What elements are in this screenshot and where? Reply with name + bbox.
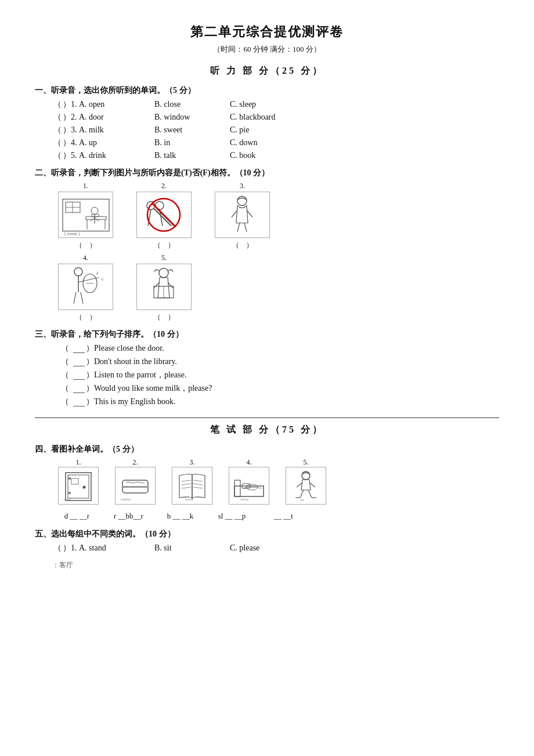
sentence-text-2: ）Don't shout in the library. bbox=[86, 357, 177, 367]
scissors-cross-icon bbox=[139, 194, 189, 236]
svg-line-24 bbox=[237, 223, 240, 232]
svg-rect-48 bbox=[122, 486, 148, 488]
svg-rect-11 bbox=[92, 214, 99, 217]
svg-line-52 bbox=[182, 487, 191, 488]
option-b: B. close bbox=[154, 100, 230, 109]
q1-row-5: （ ）5. A. drink B. talk C. book bbox=[35, 150, 499, 161]
question-group-5: 五、选出每组中不同类的词。（10 分） （ ）1. A. stand B. si… bbox=[35, 529, 499, 553]
svg-rect-43 bbox=[68, 477, 71, 480]
svg-rect-58 bbox=[234, 480, 240, 496]
option-c: C. pie bbox=[230, 125, 249, 135]
option-b: B. window bbox=[154, 113, 230, 122]
bracket: （ bbox=[52, 99, 63, 110]
svg-line-50 bbox=[182, 480, 191, 481]
svg-text:♫: ♫ bbox=[100, 276, 104, 282]
q2-image-2: 2. （ ） bbox=[136, 182, 192, 250]
listening-header: 听 力 部 分（25 分） bbox=[35, 65, 499, 77]
option-c: C. book bbox=[230, 151, 255, 160]
vocab-item-1: 1. door bbox=[58, 458, 99, 507]
girl-walking-icon bbox=[218, 194, 267, 236]
option-a: A. up bbox=[79, 138, 154, 147]
option-c: C. please bbox=[230, 543, 259, 553]
svg-line-54 bbox=[193, 484, 203, 485]
svg-line-25 bbox=[244, 223, 247, 232]
q3-sentence-1: （ ）Please close the door. bbox=[35, 343, 499, 354]
svg-text:book: book bbox=[185, 497, 194, 502]
svg-rect-44 bbox=[68, 492, 71, 494]
q2-image-3: 3. （ ） bbox=[215, 182, 270, 250]
option-a: A. open bbox=[79, 100, 154, 109]
vocab-item-5: 5. sit bbox=[286, 458, 326, 507]
q-num: ）5. bbox=[63, 150, 79, 161]
svg-line-30 bbox=[78, 278, 99, 282]
vocab-blank-3: b __ __k bbox=[161, 512, 199, 521]
bracket: （ bbox=[52, 112, 63, 123]
option-a: A. drink bbox=[79, 151, 154, 160]
vocab-item-2: 2. rubber bbox=[115, 458, 156, 507]
svg-line-31 bbox=[74, 292, 76, 304]
bracket: （ bbox=[52, 543, 63, 553]
svg-line-66 bbox=[308, 490, 312, 498]
vocab-item-3: 3. book bbox=[172, 458, 212, 507]
option-c: C. blackboard bbox=[230, 113, 276, 122]
q-num: ）2. bbox=[63, 112, 79, 123]
violin-player-icon: ♪ ♫ bbox=[61, 266, 110, 308]
rubber-icon: rubber bbox=[118, 470, 153, 502]
q4-title: 四、看图补全单词。（5 分） bbox=[35, 444, 499, 455]
sentence-text-5: ）This is my English book. bbox=[86, 397, 175, 407]
option-a: A. door bbox=[79, 113, 154, 122]
q1-row-1: （ ）1. A. open B. close C. sleep bbox=[35, 99, 499, 110]
svg-text:♪: ♪ bbox=[96, 269, 99, 276]
question-group-2: 二、听录音，判断下列图片与所听内容是(T)否(F)相符。（10 分） 1. bbox=[35, 168, 499, 322]
svg-point-35 bbox=[159, 268, 168, 278]
svg-text:( room ): ( room ) bbox=[64, 231, 80, 236]
q-num: ）3. bbox=[63, 125, 79, 135]
q1-row-4: （ ）4. A. up B. in C. down bbox=[35, 138, 499, 148]
option-a: A. stand bbox=[79, 543, 154, 553]
option-b: B. sweet bbox=[154, 125, 230, 135]
svg-line-65 bbox=[300, 490, 304, 498]
option-b: B. talk bbox=[154, 151, 230, 160]
svg-text:door: door bbox=[64, 497, 72, 502]
option-b: B. sit bbox=[154, 543, 230, 553]
door-icon: door bbox=[61, 470, 96, 502]
q2-image-5: 5. （ ） bbox=[136, 254, 192, 322]
vocab-item-4: 4. sleep bbox=[229, 458, 269, 507]
vocab-blank-1: d __ __r bbox=[58, 512, 96, 521]
vocab-blank-4: sl __ __p bbox=[213, 512, 251, 521]
q3-sentence-5: （ ）This is my English book. bbox=[35, 397, 499, 407]
sentence-text-1: ）Please close the door. bbox=[86, 343, 164, 354]
q2-image-4: 4. ♪ ♫ （ bbox=[58, 254, 113, 322]
option-c: C. sleep bbox=[230, 100, 256, 109]
sentence-text-3: ）Listen to the parrot，please. bbox=[86, 370, 186, 380]
bed-icon: sleep bbox=[232, 470, 266, 502]
svg-rect-0 bbox=[63, 199, 109, 231]
sit-girl-icon: sit bbox=[288, 470, 323, 502]
svg-text:rubber: rubber bbox=[121, 497, 132, 502]
svg-line-53 bbox=[193, 480, 203, 481]
q2-image-1: 1. bbox=[58, 182, 113, 250]
option-c: C. down bbox=[230, 138, 257, 147]
svg-point-42 bbox=[83, 486, 86, 489]
q3-title: 三、听录音，给下列句子排序。（10 分） bbox=[35, 329, 499, 340]
q5-title: 五、选出每组中不同类的词。（10 分） bbox=[35, 529, 499, 539]
q-num: ）1. bbox=[63, 543, 79, 553]
vocab-blank-5: __ __t bbox=[265, 512, 302, 521]
q3-sentence-4: （ ）Would you like some milk，please? bbox=[35, 383, 499, 394]
svg-rect-45 bbox=[71, 478, 78, 484]
option-b: B. in bbox=[154, 138, 230, 147]
page-title: 第二单元综合提优测评卷 bbox=[35, 23, 499, 41]
svg-point-26 bbox=[74, 268, 82, 276]
svg-line-51 bbox=[182, 484, 191, 485]
q3-sentence-3: （ ）Listen to the parrot，please. bbox=[35, 370, 499, 380]
q-num: ）4. bbox=[63, 138, 79, 148]
q1-row-3: （ ）3. A. milk B. sweet C. pie bbox=[35, 125, 499, 135]
q3-sentence-2: （ ）Don't shout in the library. bbox=[35, 357, 499, 367]
bracket: （ bbox=[52, 125, 63, 135]
svg-line-32 bbox=[81, 292, 83, 304]
vocab-blank-2: r __bb__r bbox=[110, 512, 147, 521]
option-a: A. milk bbox=[79, 125, 154, 135]
room-scene-icon: ( room ) bbox=[60, 193, 112, 237]
footer-note: ：客厅 bbox=[35, 560, 499, 570]
q1-row-2: （ ）2. A. door B. window C. blackboard bbox=[35, 112, 499, 123]
